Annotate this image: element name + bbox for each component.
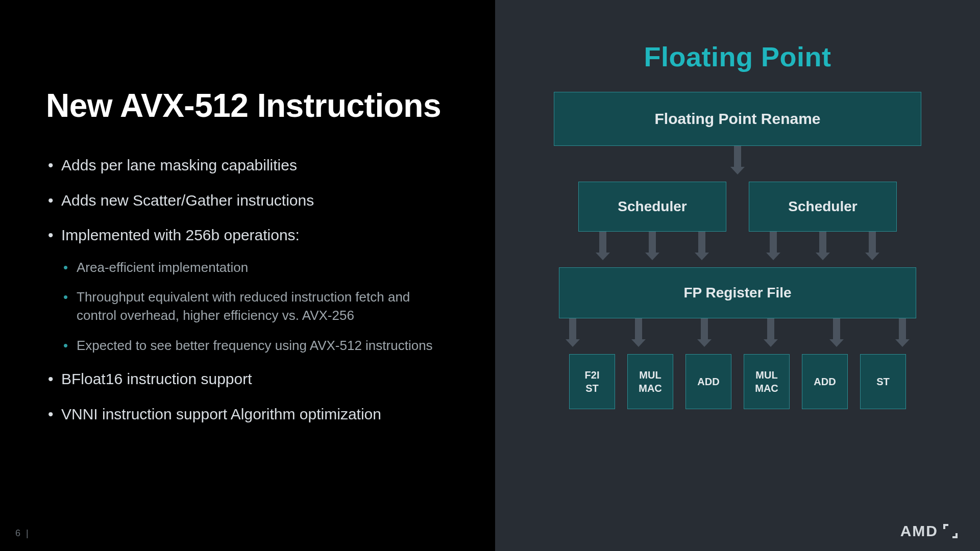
sub-bullet-list: Area-efficient implementation Throughput…: [61, 258, 449, 355]
left-panel: New AVX-512 Instructions Adds per lane m…: [0, 0, 495, 551]
block-scheduler-left: Scheduler: [578, 182, 726, 232]
block-regfile: FP Register File: [559, 267, 916, 318]
bullet-item: Adds per lane masking capabilities: [46, 155, 449, 176]
sub-bullet-item: Throughput equivalent with reduced instr…: [61, 288, 449, 325]
block-unit-f2i-st: F2I ST: [569, 354, 615, 409]
arrow-down-icon: [701, 318, 708, 340]
arrow-down-icon: [899, 318, 906, 340]
block-scheduler-right: Scheduler: [749, 182, 897, 232]
arrow-down-icon: [734, 146, 741, 167]
bullet-list: Adds per lane masking capabilities Adds …: [46, 155, 449, 424]
block-rename: Floating Point Rename: [554, 92, 921, 146]
brand-text: AMD: [900, 522, 938, 540]
block-unit-st: ST: [860, 354, 906, 409]
brand-logo: AMD: [900, 522, 958, 540]
arrow-down-icon: [869, 232, 876, 253]
bullet-item: Adds new Scatter/Gather instructions: [46, 190, 449, 211]
arrow-rename-to-sched: [734, 146, 741, 174]
sub-bullet-item: Expected to see better frequency using A…: [61, 336, 449, 355]
bullet-text: Implemented with 256b operations:: [61, 227, 300, 243]
arrows-regfile-to-units: [569, 318, 906, 347]
arrow-down-icon: [569, 318, 576, 340]
arrow-down-icon: [770, 232, 777, 253]
bullet-item: BFloat16 instruction support: [46, 369, 449, 390]
diagram-panel: Floating Point Floating Point Rename Sch…: [495, 0, 980, 551]
scheduler-row: Scheduler Scheduler: [578, 182, 897, 232]
block-unit-mul-mac: MUL MAC: [744, 354, 790, 409]
diagram-title: Floating Point: [644, 41, 831, 72]
arrow-down-icon: [635, 318, 642, 340]
bullet-item: Implemented with 256b operations: Area-e…: [46, 225, 449, 355]
block-unit-mul-mac: MUL MAC: [627, 354, 673, 409]
block-unit-add: ADD: [802, 354, 848, 409]
arrow-down-icon: [649, 232, 656, 253]
arrow-down-icon: [819, 232, 826, 253]
arrow-down-icon: [833, 318, 840, 340]
amd-arrow-icon: [943, 524, 958, 538]
arrow-down-icon: [698, 232, 705, 253]
arrow-down-icon: [599, 232, 606, 253]
block-unit-add: ADD: [685, 354, 731, 409]
arrows-sched-to-regfile: [578, 232, 897, 260]
units-row: F2I ST MUL MAC ADD MUL MAC ADD ST: [569, 354, 906, 409]
bullet-item: VNNI instruction support Algorithm optim…: [46, 404, 449, 425]
slide-title: New AVX-512 Instructions: [46, 87, 449, 124]
arrow-down-icon: [767, 318, 774, 340]
page-number: 6 |: [15, 528, 30, 539]
sub-bullet-item: Area-efficient implementation: [61, 258, 449, 277]
